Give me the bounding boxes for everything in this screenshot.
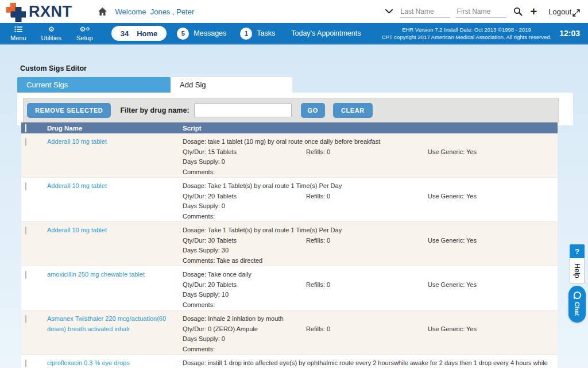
drug-name-link[interactable]: Adderall 10 mg tablet [47,225,113,236]
script-cell: Dosage: Take once daily Qty/Dur: 20 Tabl… [183,270,558,310]
help-question-icon: ? [570,244,585,258]
dosage-text: Dosage: take 1 tablet (10 mg) by oral ro… [183,137,553,147]
days-supply-text: Days Supply: 0 [183,157,553,167]
refills-text: Refills: 0 [306,236,428,246]
first-name-input[interactable] [456,6,506,18]
clear-button[interactable]: CLEAR [333,103,373,118]
drug-name-link[interactable]: ciprofloxacin 0.3 % eye drops [47,358,136,368]
filter-drug-name-input[interactable] [194,103,292,117]
tab-current-sigs[interactable]: Current Sigs [17,77,171,93]
drug-name-link[interactable]: amoxicillin 250 mg chewable tablet [47,270,150,280]
current-sigs-panel: REMOVE SELECTED Filter by drug name: GO … [17,93,573,125]
sigs-table-header: Drug Name Script [21,122,558,133]
qty-refills-generic-line: Qty/Dur: 0 (ZERO) Ampule Refills: 0 Use … [183,324,553,335]
gears-icon: ⚙⚙ [79,26,90,33]
days-supply-text: Days Supply: 30 [183,246,553,256]
version-info: EHR Version 7.2 Install Date: Oct 2013 ©… [382,26,552,41]
dosage-text: Dosage: Take once daily [183,270,553,280]
home-icon[interactable] [98,7,107,16]
messages-count-badge: 5 [177,28,189,40]
dosage-text: Dosage: Inhale 2 inhlation by mouth [183,314,553,324]
chat-button[interactable]: Chat [568,286,586,323]
row-checkbox[interactable] [25,271,26,279]
qty-refills-generic-line: Qty/Dur: 30 Tablets Refills: 0 Use Gener… [183,236,553,246]
drug-name-link[interactable]: Asmanex Twisthaler 220 mcg/actuation(60 … [47,314,183,334]
search-icon[interactable] [512,6,524,17]
sigs-table: Drug Name Script Adderall 10 mg tablet D… [21,122,558,368]
tab-add-sig[interactable]: Add Sig [171,77,292,93]
nav-tasks[interactable]: 1 Tasks [240,28,275,40]
dosage-text: Dosage: Take 1 Tablet(s) by oral route 1… [183,225,553,236]
nav-utilities[interactable]: ⚙ Utilities [41,26,61,41]
drug-name-link[interactable]: Adderall 10 mg tablet [47,137,113,147]
refills-text: Refills: 0 [306,147,428,158]
script-cell: Dosage: take 1 tablet (10 mg) by oral ro… [183,137,558,177]
dosage-text: Dosage: Take 1 Tablet(s) by oral route 1… [183,181,553,191]
use-generic-text: Use Generic: Yes [428,147,553,158]
table-row: amoxicillin 250 mg chewable tablet Dosag… [21,266,558,310]
gear-icon: ⚙ [48,26,55,33]
filter-toolbar: REMOVE SELECTED Filter by drug name: GO … [23,98,559,122]
comments-text: Comments: [183,212,553,222]
column-script: Script [183,125,558,132]
use-generic-text: Use Generic: Yes [428,280,553,290]
logout-button[interactable]: Logout [548,7,580,17]
nav-home-tab[interactable]: 34 Home [111,26,167,41]
select-all-checkbox[interactable] [25,124,26,132]
table-row: Adderall 10 mg tablet Dosage: Take 1 Tab… [21,221,558,266]
table-row: ciprofloxacin 0.3 % eye drops Dosage: in… [21,354,558,368]
help-widget[interactable]: ? Help [570,244,585,283]
nav-menu[interactable]: Menu [10,26,26,41]
nav-menu-label: Menu [10,35,26,41]
version-line1: EHR Version 7.2 Install Date: Oct 2013 ©… [382,26,552,33]
home-label: Home [137,29,157,38]
messages-label: Messages [194,29,226,37]
comments-text: Comments: [183,344,553,355]
refills-text: Refills: 0 [306,280,428,290]
qty-refills-generic-line: Qty/Dur: 15 Tablets Refills: 0 Use Gener… [183,147,553,158]
qty-dur-text: Qty/Dur: 30 Tablets [183,236,306,246]
qty-dur-text: Qty/Dur: 0 (ZERO) Ampule [183,324,306,335]
nav-utilities-label: Utilities [41,35,61,41]
nav-setup-label: Setup [76,35,93,41]
version-line2: CPT copyright 2017 American Medical Asso… [382,33,552,41]
main-navbar: Menu ⚙ Utilities ⚙⚙ Setup 34 Home 5 Mess… [0,23,588,45]
drug-name-link[interactable]: Adderall 10 mg tablet [47,181,113,191]
refills-text: Refills: 0 [306,191,428,202]
help-label: Help [573,263,581,278]
nav-todays-appointments[interactable]: Today's Appointments [291,29,361,37]
row-checkbox[interactable] [25,315,26,323]
logo-text: RXNT [29,3,72,21]
refills-text: Refills: 0 [306,324,428,335]
script-cell: Dosage: Take 1 Tablet(s) by oral route 1… [183,225,558,266]
row-checkbox[interactable] [25,359,26,367]
qty-dur-text: Qty/Dur: 20 Tablets [183,191,306,202]
row-checkbox[interactable] [25,138,26,146]
comments-text: Comments: Take as directed [183,256,553,266]
remove-selected-button[interactable]: REMOVE SELECTED [27,103,111,118]
days-supply-text: Days Supply: 10 [183,290,553,300]
home-count-badge: 34 [121,29,129,38]
script-cell: Dosage: Take 1 Tablet(s) by oral route 1… [183,181,558,221]
days-supply-text: Days Supply: 0 [183,201,553,212]
nav-setup[interactable]: ⚙⚙ Setup [76,26,93,41]
rxnt-logo[interactable]: RXNT [6,1,72,22]
script-cell: Dosage: Inhale 2 inhlation by mouth Qty/… [183,314,558,354]
row-checkbox[interactable] [25,182,26,190]
add-icon[interactable]: + [529,6,539,17]
menu-list-icon [14,26,22,33]
chevron-down-icon[interactable] [384,8,394,15]
use-generic-text: Use Generic: Yes [428,324,553,335]
row-checkbox[interactable] [25,227,26,235]
tasks-label: Tasks [257,29,275,37]
table-row: Adderall 10 mg tablet Dosage: Take 1 Tab… [21,177,558,221]
go-button[interactable]: GO [301,103,325,118]
comments-text: Comments: [183,300,553,310]
nav-messages[interactable]: 5 Messages [177,28,226,40]
qty-refills-generic-line: Qty/Dur: 20 Tablets Refills: 0 Use Gener… [183,191,553,202]
qty-refills-generic-line: Qty/Dur: 20 Tablets Refills: 0 Use Gener… [183,280,553,290]
use-generic-text: Use Generic: Yes [428,236,553,246]
last-name-input[interactable] [400,6,450,18]
table-row: Adderall 10 mg tablet Dosage: take 1 tab… [21,133,558,177]
page-title: Custom Sigs Editor [20,64,588,72]
